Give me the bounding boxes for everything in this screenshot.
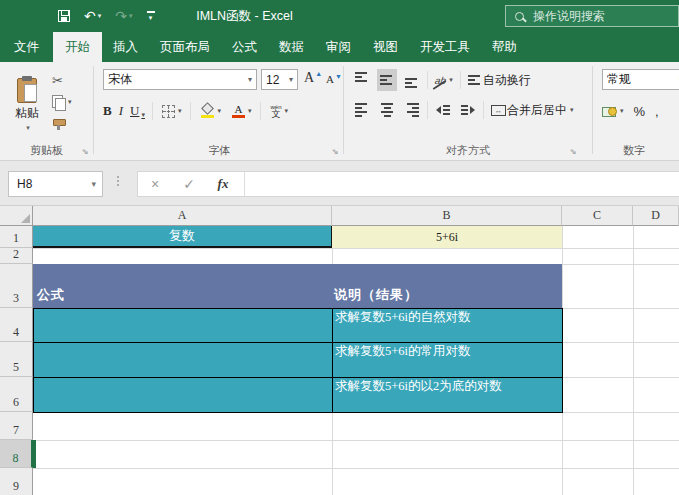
phonetic-guide-button[interactable]: wén 文 <box>268 100 290 122</box>
tab-home[interactable]: 开始 <box>53 32 102 62</box>
cell-B1[interactable]: 5+6i <box>332 226 562 248</box>
paste-dropdown-icon: ▾ <box>26 124 30 132</box>
italic-button[interactable]: I <box>119 103 123 119</box>
formula-bar: H8 ▾ × ✓ fx <box>0 161 679 206</box>
up-caret-icon: ▲ <box>315 70 322 78</box>
row-header-8[interactable]: 8 <box>0 440 33 468</box>
font-name-combo[interactable]: 宋体 ▾ <box>103 69 257 90</box>
column-header-D[interactable]: D <box>633 206 679 226</box>
alignment-dialog-launcher[interactable]: ⇘ <box>568 147 578 157</box>
tab-developer[interactable]: 开发工具 <box>409 32 481 62</box>
alignment-row-bottom: ↔ 合并后居中 <box>352 98 576 122</box>
undo-button[interactable]: ↶▾ <box>84 9 101 23</box>
row-header-1[interactable]: 1 <box>0 226 33 248</box>
alignment-row-top: ab 自动换行 <box>352 68 533 92</box>
merge-center-button[interactable]: ↔ 合并后居中 <box>489 99 576 121</box>
align-top-button[interactable] <box>352 69 372 91</box>
cell-B3[interactable]: 说明（结果） <box>334 286 418 304</box>
copy-button[interactable] <box>52 93 72 111</box>
worksheet-grid[interactable]: A B C D 1 2 3 4 5 6 7 8 9 复数 5+6i 公式 说明（… <box>0 206 679 495</box>
cell-A5[interactable] <box>33 342 333 378</box>
enter-button[interactable]: ✓ <box>172 176 206 192</box>
align-middle-icon <box>380 72 394 88</box>
search-icon <box>515 12 524 21</box>
tab-help[interactable]: 帮助 <box>481 32 528 62</box>
number-format-combo[interactable]: 常规 ▾ <box>602 69 679 90</box>
orientation-button[interactable]: ab <box>433 69 455 91</box>
cut-button[interactable]: ✂ <box>52 71 72 89</box>
clipboard-dialog-launcher[interactable]: ⇘ <box>80 147 90 157</box>
row-header-5[interactable]: 5 <box>0 342 33 377</box>
ribbon-tab-bar: 文件 开始 插入 页面布局 公式 数据 审阅 视图 开发工具 帮助 <box>0 32 679 62</box>
formula-bar-resize-handle[interactable] <box>117 176 119 186</box>
borders-button[interactable] <box>160 100 184 122</box>
wrap-text-button[interactable]: 自动换行 <box>466 69 533 91</box>
decrease-font-button[interactable]: A▼ <box>326 73 342 85</box>
font-size-combo[interactable]: 12 ▾ <box>261 69 298 90</box>
cancel-button[interactable]: × <box>138 176 172 192</box>
cell-B5-text: 求解复数5+6i的常用对数 <box>333 343 562 359</box>
row-header-9[interactable]: 9 <box>0 468 33 495</box>
underline-button[interactable]: U <box>130 103 145 119</box>
accounting-format-button[interactable] <box>602 100 624 122</box>
select-all-corner[interactable] <box>0 206 33 226</box>
chevron-down-icon: ▾ <box>91 179 96 189</box>
align-left-button[interactable] <box>352 99 372 121</box>
cell-A6[interactable] <box>33 377 333 413</box>
cell-A4[interactable] <box>33 308 333 343</box>
column-header-A[interactable]: A <box>33 206 332 226</box>
clipboard-group: 粘贴 ▾ ✂ 剪贴板 ⇘ <box>0 62 93 161</box>
row-header-4[interactable]: 4 <box>0 308 33 342</box>
align-right-button[interactable] <box>402 99 422 121</box>
decrease-indent-button[interactable] <box>433 99 453 121</box>
chevron-down-icon: ▾ <box>289 75 293 84</box>
align-bottom-button[interactable] <box>402 69 422 91</box>
tab-insert[interactable]: 插入 <box>102 32 149 62</box>
decrease-font-icon: A <box>326 73 334 85</box>
format-painter-button[interactable] <box>52 115 72 133</box>
paste-button[interactable]: 粘贴 ▾ <box>6 69 48 141</box>
align-left-icon <box>355 103 369 117</box>
align-middle-button[interactable] <box>377 69 397 91</box>
tab-view[interactable]: 视图 <box>362 32 409 62</box>
tab-page-layout[interactable]: 页面布局 <box>149 32 221 62</box>
tab-file[interactable]: 文件 <box>0 32 53 62</box>
column-header-C[interactable]: C <box>562 206 633 226</box>
name-box[interactable]: H8 ▾ <box>8 171 103 197</box>
comma-style-button[interactable]: , <box>655 104 659 119</box>
cell-B4[interactable]: 求解复数5+6i的自然对数 <box>332 308 563 343</box>
tab-data[interactable]: 数据 <box>268 32 315 62</box>
tab-review[interactable]: 审阅 <box>315 32 362 62</box>
font-dialog-launcher[interactable]: ⇘ <box>330 147 340 157</box>
insert-function-button[interactable]: fx <box>206 176 240 192</box>
customize-qat-button[interactable]: ▾ <box>147 11 155 21</box>
fill-color-button[interactable] <box>198 100 223 122</box>
tell-me-search-box[interactable]: 操作说明搜索 <box>505 5 679 27</box>
cell-A3[interactable]: 公式 <box>37 286 65 304</box>
number-format-value: 常规 <box>607 71 676 88</box>
row-header-3[interactable]: 3 <box>0 264 33 308</box>
undo-dropdown-icon: ▾ <box>98 12 102 20</box>
percent-style-button[interactable]: % <box>634 104 646 119</box>
row-header-2[interactable]: 2 <box>0 248 33 264</box>
save-button[interactable] <box>58 10 70 22</box>
font-group-label: 字体 <box>96 143 343 158</box>
table-header-row[interactable]: 公式 说明（结果） <box>33 264 562 308</box>
align-top-icon <box>355 72 369 88</box>
font-color-button[interactable]: A <box>230 100 254 122</box>
font-group: 宋体 ▾ 12 ▾ A▲ A▼ B I U A wén <box>96 62 343 161</box>
cell-B6[interactable]: 求解复数5+6i的以2为底的对数 <box>332 377 563 413</box>
column-header-B[interactable]: B <box>332 206 562 226</box>
row-header-6[interactable]: 6 <box>0 377 33 412</box>
cell-A1[interactable]: 复数 <box>33 226 332 248</box>
font-buttons-row: B I U A wén 文 <box>103 100 290 122</box>
search-placeholder: 操作说明搜索 <box>533 8 605 25</box>
align-center-button[interactable] <box>377 99 397 121</box>
bold-button[interactable]: B <box>103 103 112 119</box>
increase-indent-button[interactable] <box>458 99 478 121</box>
redo-button[interactable]: ↷▾ <box>115 9 132 23</box>
row-header-7[interactable]: 7 <box>0 412 33 440</box>
cell-B5[interactable]: 求解复数5+6i的常用对数 <box>332 342 563 378</box>
tab-formulas[interactable]: 公式 <box>221 32 268 62</box>
increase-font-button[interactable]: A▲ <box>304 70 322 86</box>
